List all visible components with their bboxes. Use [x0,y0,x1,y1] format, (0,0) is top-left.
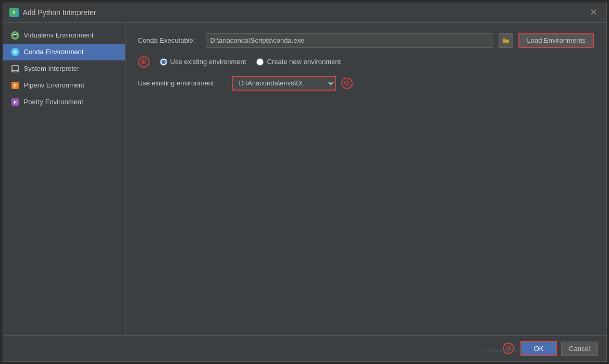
sidebar-item-pipenv[interactable]: P Pipenv Environment [3,77,125,94]
svg-point-3 [13,33,17,37]
step-2-indicator: ② [341,78,353,89]
use-existing-env-label: Use existing environment: [138,79,227,87]
environment-type-radio-group: Use existing environment Create new envi… [160,58,341,66]
use-existing-env-row: Use existing environment: D:\Anaconda\en… [138,76,594,91]
dialog-body: Virtualenv Environment Conda Environment [3,23,606,335]
svg-rect-9 [14,71,17,72]
app-icon: P [9,8,19,17]
sidebar-item-system-label: System Interpreter [24,65,80,72]
system-icon [10,64,20,73]
svg-point-6 [14,51,16,53]
use-existing-radio-option[interactable]: Use existing environment [160,58,246,66]
main-content: Conda Executable: Load Environments ① Us… [126,23,606,335]
create-new-radio[interactable] [256,58,264,66]
sidebar-item-virtualenv-label: Virtualenv Environment [24,31,94,39]
conda-executable-row: Conda Executable: Load Environments [138,33,594,48]
folder-browse-button[interactable] [499,33,513,48]
svg-text:P: P [13,10,16,15]
svg-text:P: P [13,100,16,105]
conda-executable-label: Conda Executable: [138,36,201,44]
cancel-button[interactable]: Cancel [561,342,598,356]
use-existing-radio-label: Use existing environment [170,58,246,66]
sidebar-item-poetry-label: Poetry Environment [24,98,83,106]
sidebar-item-pipenv-label: Pipenv Environment [24,81,84,89]
radio-group-row: ① Use existing environment Create new en… [138,56,594,68]
create-new-radio-label: Create new environment [267,58,341,66]
title-bar-left: P Add Python Interpreter [9,8,96,17]
sidebar: Virtualenv Environment Conda Environment [3,23,126,335]
conda-icon [10,47,20,57]
add-python-interpreter-dialog: P Add Python Interpreter ✕ Virtualenv En… [3,3,607,362]
create-new-radio-option[interactable]: Create new environment [256,58,341,66]
svg-rect-8 [13,66,18,70]
ok-button[interactable]: OK [520,341,557,356]
pipenv-icon: P [10,81,20,90]
close-button[interactable]: ✕ [588,6,600,19]
sidebar-item-conda[interactable]: Conda Environment [3,44,125,60]
title-bar: P Add Python Interpreter ✕ [3,3,606,23]
conda-executable-input[interactable] [206,33,494,48]
load-environments-button[interactable]: Load Environments [518,33,593,48]
environment-dropdown[interactable]: D:\Anaconda\envs\DL [232,76,336,91]
use-existing-radio[interactable] [160,58,167,66]
sidebar-item-poetry[interactable]: P Poetry Environment [3,94,125,110]
sidebar-item-conda-label: Conda Environment [24,48,84,56]
dialog-title: Add Python Interpreter [23,8,96,17]
watermark: CSDN @猿码侠 [482,346,523,354]
sidebar-item-system[interactable]: System Interpreter [3,60,125,77]
sidebar-item-virtualenv[interactable]: Virtualenv Environment [3,27,125,44]
folder-icon [502,37,509,44]
svg-text:P: P [13,83,16,89]
poetry-icon: P [10,97,20,107]
virtualenv-icon [10,31,20,40]
step-1-indicator: ① [138,56,150,68]
